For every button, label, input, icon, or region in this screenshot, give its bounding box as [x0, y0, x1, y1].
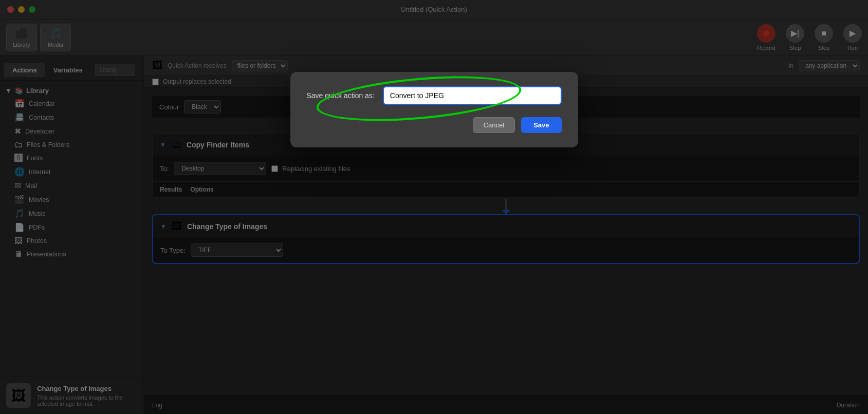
save-dialog: Save quick action as: Cancel Save — [290, 72, 578, 147]
save-button[interactable]: Save — [521, 117, 561, 133]
action-name-input[interactable] — [383, 86, 562, 105]
modal-buttons: Cancel Save — [307, 117, 562, 133]
save-label: Save quick action as: — [307, 91, 375, 100]
cancel-button[interactable]: Cancel — [473, 117, 515, 133]
modal-input-row: Save quick action as: — [307, 86, 562, 105]
modal-overlay: Save quick action as: Cancel Save — [0, 0, 868, 414]
